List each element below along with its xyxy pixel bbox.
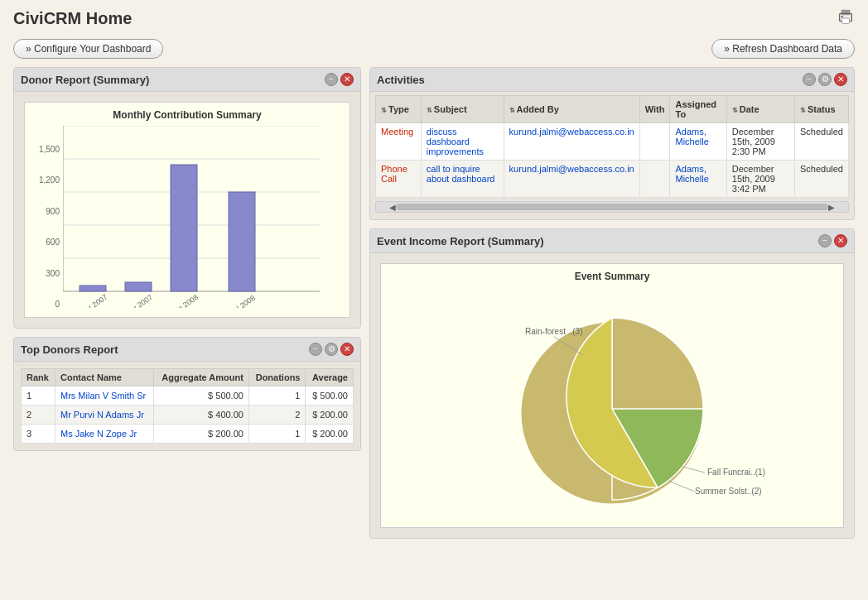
svg-text:Jun 2008: Jun 2008 <box>170 293 200 308</box>
bar-chart-svg: Mar 2007 Apr 2007 Jun 2008 Jul 2008 <box>63 126 320 308</box>
top-donors-table: Rank Contact Name Aggregate Amount Donat… <box>21 368 354 444</box>
activity-status-2: Scheduled <box>794 161 848 198</box>
col-type: ⇅Type <box>376 96 422 123</box>
y-label-300: 300 <box>35 269 60 278</box>
activities-scrollbar[interactable]: ◀ ▶ <box>375 201 849 213</box>
svg-rect-2 <box>841 18 849 23</box>
donor-name-link[interactable]: Mrs Milan V Smith Sr <box>60 391 146 401</box>
top-donors-controls: − ⚙ ✕ <box>309 343 354 356</box>
pie-chart-container: Event Summary <box>380 263 844 528</box>
activities-title: Activities <box>377 74 425 86</box>
col-average: Average <box>306 369 354 386</box>
top-donors-close-button[interactable]: ✕ <box>340 343 354 356</box>
col-with: With <box>639 96 670 123</box>
donor-rank: 2 <box>22 406 55 425</box>
svg-rect-11 <box>80 286 106 291</box>
print-icon[interactable] <box>837 8 855 29</box>
donor-chart-title: Monthly Contribution Summary <box>31 109 343 121</box>
page-title: CiviCRM Home <box>13 9 132 28</box>
donor-name: Mr Purvi N Adams Jr <box>55 406 153 425</box>
col-rank: Rank <box>22 369 55 386</box>
event-income-widget: Event Income Report (Summary) − ✕ Event … <box>369 228 855 539</box>
col-added-by: ⇅Added By <box>504 96 639 123</box>
scroll-track[interactable] <box>396 204 828 210</box>
right-column: Activities − ⚙ ✕ ⇅Type ⇅Subject ⇅Added B… <box>369 67 855 539</box>
donor-name: Mrs Milan V Smith Sr <box>55 386 153 406</box>
svg-line-20 <box>682 467 705 473</box>
activity-assigned-link-1[interactable]: Adams, Michelle <box>675 127 708 146</box>
activity-subject-link-1[interactable]: discuss dashboard improvements <box>427 127 484 156</box>
scroll-right-arrow[interactable]: ▶ <box>828 203 835 212</box>
donor-donations: 1 <box>248 425 306 444</box>
activities-body: ⇅Type ⇅Subject ⇅Added By With Assigned T… <box>370 92 854 219</box>
event-income-minimize-button[interactable]: − <box>818 234 832 247</box>
col-subject: ⇅Subject <box>421 96 504 123</box>
svg-line-21 <box>668 481 695 492</box>
pie-label-rainforest: Rain-forest ..(3) <box>525 327 582 336</box>
activities-header: Activities − ⚙ ✕ <box>370 68 854 92</box>
activity-type-1: Meeting <box>376 123 422 161</box>
donor-aggregate: $ 400.00 <box>154 406 249 425</box>
activity-assigned-to-1: Adams, Michelle <box>670 123 726 161</box>
activity-type-link-1[interactable]: Meeting <box>381 127 413 137</box>
refresh-dashboard-button[interactable]: » Refresh Dashboard Data <box>711 39 855 59</box>
table-row: 3 Ms Jake N Zope Jr $ 200.00 1 $ 200.00 <box>22 425 354 444</box>
configure-dashboard-button[interactable]: » Configure Your Dashboard <box>13 39 163 59</box>
table-row: Meeting discuss dashboard improvements k… <box>376 123 849 161</box>
donor-report-controls: − ✕ <box>325 73 354 86</box>
svg-rect-13 <box>171 165 197 291</box>
activity-assigned-link-2[interactable]: Adams, Michelle <box>675 164 708 184</box>
donor-report-title: Donor Report (Summary) <box>21 74 149 86</box>
top-donors-minimize-button[interactable]: − <box>309 343 322 356</box>
y-label-0: 0 <box>35 300 60 309</box>
table-row: Phone Call call to inquire about dashboa… <box>376 161 849 198</box>
svg-text:Jul 2008: Jul 2008 <box>229 294 257 308</box>
donor-report-minimize-button[interactable]: − <box>325 73 338 86</box>
donor-average: $ 500.00 <box>306 386 354 406</box>
top-donors-settings-button[interactable]: ⚙ <box>325 343 338 356</box>
donor-average: $ 200.00 <box>306 406 354 425</box>
col-aggregate: Aggregate Amount <box>154 369 249 386</box>
activity-date-1: December 15th, 2009 2:30 PM <box>726 123 794 161</box>
event-income-header: Event Income Report (Summary) − ✕ <box>370 229 854 253</box>
col-donations: Donations <box>248 369 306 386</box>
activity-with-2 <box>639 161 670 198</box>
col-status: ⇅Status <box>794 96 848 123</box>
donor-rank: 3 <box>22 425 55 444</box>
donor-name-link[interactable]: Mr Purvi N Adams Jr <box>60 410 144 420</box>
svg-text:Mar 2007: Mar 2007 <box>79 293 109 308</box>
y-label-1500: 1,500 <box>35 145 60 154</box>
y-label-900: 900 <box>35 207 60 216</box>
activity-added-by-link-2[interactable]: kurund.jalmi@webaccess.co.in <box>509 164 634 174</box>
event-income-close-button[interactable]: ✕ <box>834 234 847 247</box>
donor-name-link[interactable]: Ms Jake N Zope Jr <box>60 429 137 439</box>
activities-settings-button[interactable]: ⚙ <box>818 73 832 86</box>
donor-donations: 1 <box>248 386 306 406</box>
scroll-left-arrow[interactable]: ◀ <box>389 203 396 212</box>
activity-type-link-2[interactable]: Phone Call <box>381 164 407 184</box>
svg-rect-14 <box>229 192 255 291</box>
activity-status-1: Scheduled <box>794 123 848 161</box>
pie-label-summer: Summer Solst..(2) <box>695 487 762 496</box>
activity-added-by-link-1[interactable]: kurund.jalmi@webaccess.co.in <box>509 127 634 137</box>
activity-subject-link-2[interactable]: call to inquire about dashboard <box>427 164 495 184</box>
table-row: 2 Mr Purvi N Adams Jr $ 400.00 2 $ 200.0… <box>22 406 354 425</box>
donor-report-close-button[interactable]: ✕ <box>340 73 354 86</box>
activities-table: ⇅Type ⇅Subject ⇅Added By With Assigned T… <box>375 95 849 198</box>
pie-label-fall: Fall Funcrai..(1) <box>707 468 765 477</box>
activity-type-2: Phone Call <box>376 161 422 198</box>
donor-donations: 2 <box>248 406 306 425</box>
svg-rect-12 <box>125 282 152 291</box>
activities-close-button[interactable]: ✕ <box>834 73 847 86</box>
left-column: Donor Report (Summary) − ✕ Monthly Contr… <box>13 67 361 539</box>
dashboard-grid: Donor Report (Summary) − ✕ Monthly Contr… <box>0 67 868 552</box>
top-donors-header: Top Donors Report − ⚙ ✕ <box>14 338 360 362</box>
activity-date-2: December 15th, 2009 3:42 PM <box>726 161 794 198</box>
donor-chart-container: Monthly Contribution Summary 1,500 1,200… <box>24 102 350 318</box>
donor-aggregate: $ 200.00 <box>154 425 249 444</box>
donor-name: Ms Jake N Zope Jr <box>55 425 153 444</box>
activities-minimize-button[interactable]: − <box>803 73 816 86</box>
y-axis: 1,500 1,200 900 600 300 0 <box>35 145 60 310</box>
activities-controls: − ⚙ ✕ <box>803 73 847 86</box>
y-label-600: 600 <box>35 238 60 247</box>
